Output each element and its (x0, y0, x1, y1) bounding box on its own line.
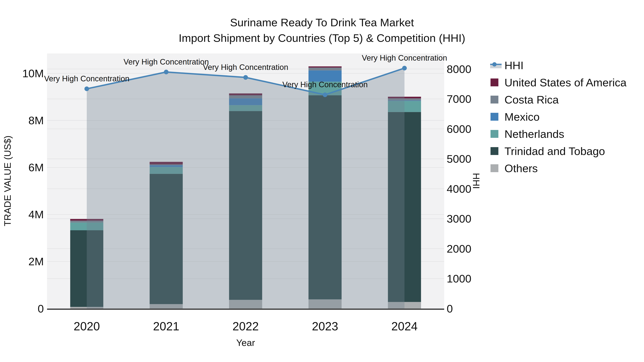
title-layer: Suriname Ready To Drink Tea MarketImport… (179, 16, 465, 44)
legend-label: Trinidad and Tobago (504, 145, 605, 157)
y-axis-tick-2M: 2M (28, 255, 44, 268)
hhi-area-fill (87, 68, 404, 309)
x-axis-tick-2024: 2024 (392, 320, 418, 333)
y2-axis-title: HHI (471, 173, 482, 189)
x-axis-title: Year (236, 338, 255, 348)
y-axis-tick-0: 0 (38, 303, 44, 315)
chart-title-line1: Suriname Ready To Drink Tea Market (230, 16, 414, 28)
x-axis-tick-2022: 2022 (232, 320, 259, 333)
annotation-2020: Very High Concentration (44, 74, 130, 83)
hhi-marker-2024[interactable] (402, 66, 407, 70)
chart-title-line2: Import Shipment by Countries (Top 5) & C… (179, 32, 465, 44)
x-axis-tick-2020: 2020 (74, 320, 100, 333)
y-axis-tick-4M: 4M (28, 208, 44, 221)
legend-label: Others (504, 162, 538, 174)
legend-label: HHI (504, 59, 524, 71)
x-axis-line (47, 309, 444, 310)
legend-item-netherlands[interactable]: Netherlands (490, 128, 564, 140)
y2-axis-tick-6000: 6000 (447, 123, 471, 135)
x-axis-tick-2021: 2021 (153, 320, 180, 333)
legend-swatch-icon (490, 130, 498, 138)
y-axis-title: TRADE VALUE (US$) (2, 135, 13, 226)
legend-label: Costa Rica (504, 93, 559, 106)
legend-item-costa-rica[interactable]: Costa Rica (490, 93, 559, 106)
annotation-2024: Very High Concentration (362, 53, 447, 62)
legend-layer: HHIUnited States of AmericaCosta RicaMex… (490, 59, 627, 174)
y2-axis-tick-0: 0 (447, 303, 453, 315)
legend-item-hhi[interactable]: HHI (490, 59, 524, 71)
legend-swatch-icon (490, 147, 498, 155)
legend-item-trinidad-and-tobago[interactable]: Trinidad and Tobago (490, 145, 605, 157)
legend-item-others[interactable]: Others (490, 162, 538, 174)
y-axis-tick-8M: 8M (28, 114, 44, 127)
y-axis-tick-6M: 6M (28, 161, 44, 174)
y2-axis-tick-3000: 3000 (447, 213, 471, 225)
annotation-2023: Very High Concentration (282, 80, 368, 89)
bar-2023-costa-rica[interactable] (308, 67, 342, 70)
legend-swatch-icon (490, 113, 498, 121)
legend-swatch-icon (490, 96, 498, 103)
annotation-2022: Very High Concentration (203, 63, 288, 71)
y2-axis-tick-5000: 5000 (447, 153, 471, 165)
y2-axis-tick-4000: 4000 (447, 183, 471, 195)
hhi-marker-2021[interactable] (164, 70, 168, 74)
legend-swatch-icon (490, 78, 498, 86)
bar-2023-united-states-of-america[interactable] (308, 66, 342, 67)
hhi-marker-2020[interactable] (84, 86, 89, 91)
hhi-area-fill-layer (87, 68, 404, 309)
legend-label: Netherlands (504, 128, 564, 140)
y2-axis-tick-1000: 1000 (447, 273, 471, 285)
y2-axis-tick-7000: 7000 (447, 93, 471, 105)
y-axis-tick-10M: 10M (22, 67, 44, 79)
legend-swatch-icon (490, 164, 498, 172)
x-axis-tick-2023: 2023 (312, 320, 338, 333)
chart-canvas: 02M4M6M8M10M0100020003000400050006000700… (0, 0, 644, 362)
legend-label: United States of America (504, 76, 627, 89)
legend-item-mexico[interactable]: Mexico (490, 111, 540, 123)
legend-item-united-states-of-america[interactable]: United States of America (490, 76, 627, 89)
legend-label: Mexico (504, 111, 540, 123)
annotation-2021: Very High Concentration (124, 57, 209, 66)
hhi-marker-2022[interactable] (243, 75, 248, 80)
chart-figure: 02M4M6M8M10M0100020003000400050006000700… (0, 0, 644, 362)
y2-axis-tick-2000: 2000 (447, 243, 471, 255)
legend-hhi-marker-icon (492, 62, 496, 66)
hhi-marker-2023[interactable] (323, 92, 327, 97)
y2-axis-tick-8000: 8000 (447, 63, 471, 75)
